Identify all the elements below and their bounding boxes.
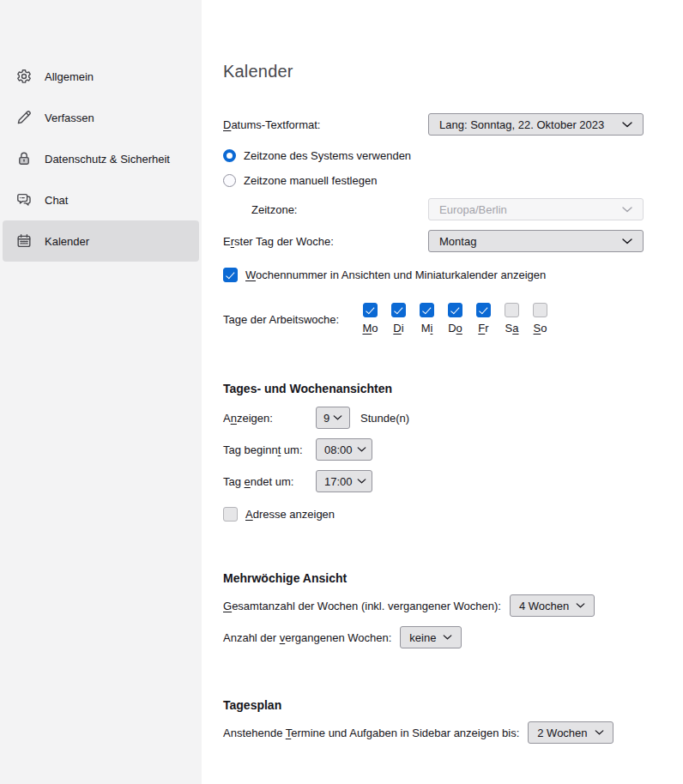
date-format-select[interactable]: Lang: Sonntag, 22. Oktober 2023 [428,113,644,136]
sidebar-item-kalender[interactable]: Kalender [3,220,199,262]
workweek-day-do: Do [441,303,469,335]
weeks-total-row: Gesamtanzahl der Wochen (inkl. vergangen… [223,594,666,617]
workweek-checkbox-mo[interactable] [363,303,378,317]
timezone-manual-radio-label[interactable]: Zeitzone manuell festlegen [244,174,377,187]
chevron-down-icon [595,730,604,735]
hours-show-label: Anzeigen: [223,412,316,425]
weeks-total-label: Gesamtanzahl der Wochen (inkl. vergangen… [223,600,501,612]
section-title-agenda: Tagesplan [223,697,666,713]
chevron-down-icon [622,238,632,244]
week-number-checkbox[interactable] [223,268,238,282]
show-location-checkbox[interactable] [223,507,238,522]
chevron-down-icon [443,635,452,640]
sidebar-item-label: Datenschutz & Sicherheit [45,153,170,166]
workweek-label: Tage der Arbeitswoche: [223,303,356,326]
sidebar-item-chat[interactable]: Chat [3,179,199,220]
sidebar-item-label: Allgemein [45,70,94,83]
workweek-checkbox-mi[interactable] [420,303,434,317]
section-title-day-week-views: Tages- und Wochenansichten [223,381,666,396]
first-day-select[interactable]: Montag [428,230,644,252]
day-start-select[interactable]: 08:00 [316,438,372,461]
date-format-label: Datums-Textformat: [223,118,428,131]
workweek-day-label: So [534,322,547,335]
hours-show-select[interactable]: 9 [316,407,350,429]
timezone-label: Zeitzone: [223,203,428,216]
workweek-checkbox-di[interactable] [391,303,406,317]
pencil-icon [15,109,33,126]
workweek-day-label: Mi [421,322,433,335]
workweek-row: Tage der Arbeitswoche: Mo Di Mi Do Fr [223,303,666,335]
day-start-label: Tag beginnt um: [223,443,316,456]
timezone-manual-radio[interactable] [223,174,236,187]
chevron-down-icon [622,207,632,213]
timezone-system-radio[interactable] [223,149,236,162]
timezone-system-radio-row: Zeitzone des Systems verwenden [223,147,666,164]
workweek-day-so: So [526,303,554,335]
timezone-select: Europa/Berlin [428,198,644,220]
timezone-manual-radio-row: Zeitzone manuell festlegen [223,172,666,189]
weeks-total-select[interactable]: 4 Wochen [510,594,595,617]
agenda-range-row: Anstehende Termine und Aufgaben in Sideb… [223,721,666,744]
sidebar-item-datenschutz[interactable]: Datenschutz & Sicherheit [3,138,199,179]
sidebar-item-label: Chat [45,194,68,207]
sidebar-item-label: Kalender [45,235,89,248]
first-day-row: Erster Tag der Woche: Montag [223,230,666,252]
workweek-day-mi: Mi [413,303,441,335]
date-format-row: Datums-Textformat: Lang: Sonntag, 22. Ok… [223,113,666,136]
week-number-label[interactable]: Wochennummer in Ansichten und Miniaturka… [245,268,546,281]
calendar-icon [15,232,33,250]
agenda-range-select[interactable]: 2 Wochen [528,721,613,744]
settings-window: Allgemein Verfassen Datenschutz & Sicher… [0,0,683,784]
sidebar-item-verfassen[interactable]: Verfassen [3,97,199,138]
lock-icon [15,150,33,167]
agenda-range-label: Anstehende Termine und Aufgaben in Sideb… [223,727,519,739]
page-title: Kalender [223,60,666,82]
hours-show-suffix: Stunde(n) [360,412,409,425]
show-location-label[interactable]: Adresse anzeigen [245,508,335,521]
workweek-day-mo: Mo [356,303,384,335]
sidebar-item-allgemein[interactable]: Allgemein [3,56,199,97]
workweek-day-label: Mo [362,322,378,335]
day-end-label: Tag endet um: [223,475,316,488]
first-day-label: Erster Tag der Woche: [223,235,428,248]
chat-icon [15,191,33,208]
gear-icon [15,68,33,85]
week-number-row: Wochennummer in Ansichten und Miniaturka… [223,266,666,283]
chevron-down-icon [576,603,585,608]
weeks-past-label: Anzahl der vergangenen Wochen: [223,631,391,644]
workweek-day-sa: Sa [498,303,526,335]
day-end-row: Tag endet um: 17:00 [223,470,666,492]
settings-sidebar: Allgemein Verfassen Datenschutz & Sicher… [0,0,202,784]
workweek-day-fr: Fr [469,303,498,335]
hours-show-row: Anzeigen: 9 Stunde(n) [223,407,666,429]
workweek-day-label: Fr [478,322,488,335]
day-start-row: Tag beginnt um: 08:00 [223,438,666,461]
timezone-row: Zeitzone: Europa/Berlin [223,198,666,220]
weeks-past-row: Anzahl der vergangenen Wochen: keine [223,626,666,648]
workweek-checkbox-fr[interactable] [476,303,491,317]
chevron-down-icon [622,122,632,128]
section-title-multiweek: Mehrwöchige Ansicht [223,570,666,586]
sidebar-item-label: Verfassen [45,112,94,124]
timezone-system-radio-label[interactable]: Zeitzone des Systems verwenden [244,149,411,162]
show-location-row: Adresse anzeigen [223,505,666,522]
workweek-checkbox-do[interactable] [448,303,462,317]
workweek-day-label: Di [393,322,403,335]
workweek-day-di: Di [384,303,413,335]
workweek-checkbox-so[interactable] [533,303,547,317]
chevron-down-icon [333,415,342,420]
day-end-select[interactable]: 17:00 [316,470,372,492]
chevron-down-icon [357,479,366,484]
workweek-day-label: Do [448,322,462,335]
workweek-day-label: Sa [505,322,519,335]
weeks-past-select[interactable]: keine [400,626,462,648]
workweek-checkbox-sa[interactable] [505,303,519,317]
chevron-down-icon [357,447,366,452]
calendar-settings-pane: Kalender Datums-Textformat: Lang: Sonnta… [202,0,683,784]
